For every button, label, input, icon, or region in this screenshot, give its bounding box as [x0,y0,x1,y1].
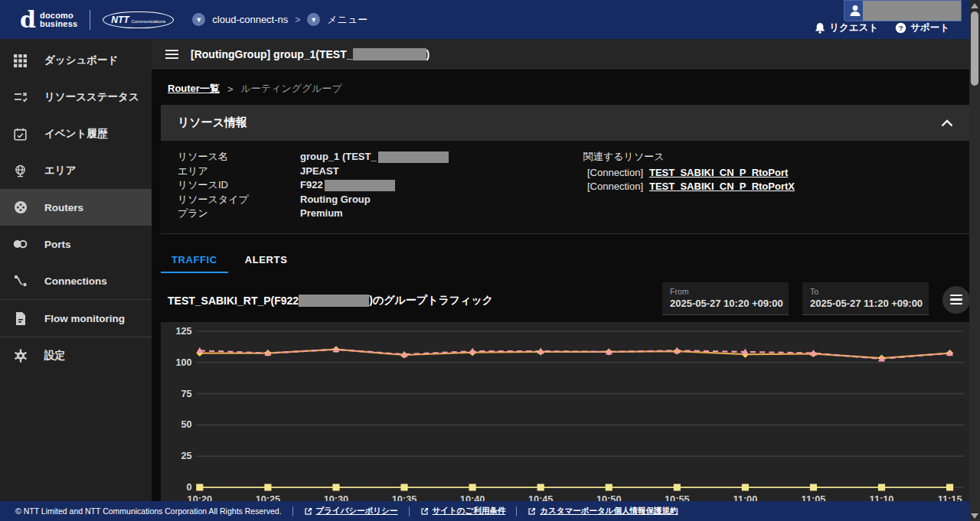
external-link-icon [420,507,429,516]
personal-info-policy-link[interactable]: カスタマーポータル個人情報保護規約 [528,506,678,516]
breadcrumb: Router一覧 > ルーティンググループ [152,70,980,105]
svg-text:11:10: 11:10 [870,494,894,501]
user-icon [848,3,863,18]
user-account-chip[interactable] [844,0,962,21]
svg-text:11:00: 11:00 [733,494,757,501]
ntt-communications-logo: NTT Communications [103,11,174,28]
resource-fields: リソース名 group_1 (TEST_ エリア JPEAST リソースID F… [178,150,576,221]
svg-text:10:30: 10:30 [324,494,348,501]
document-icon [13,312,28,325]
menu-hamburger-icon[interactable] [165,50,178,59]
bell-icon [815,22,825,34]
from-datetime-input[interactable]: From 2025-05-27 10:20 +09:00 [662,282,789,315]
resource-info-card: リソース情報 リソース名 group_1 (TEST_ エリア JPEAST [161,105,970,234]
tab-alerts[interactable]: ALERTS [234,247,299,273]
scroll-down-arrow[interactable] [969,510,980,521]
footer-divider [516,506,517,516]
traffic-line-chart[interactable]: 025507510012510:2010:2510:3010:3510:4010… [161,322,970,502]
resource-field-row: プラン Premium [178,207,576,221]
svg-text:10:35: 10:35 [392,494,416,501]
sidebar-item-dashboard[interactable]: ダッシュボード [0,42,152,79]
redacted-text [299,295,369,307]
external-link-icon [304,507,312,516]
svg-text:10:55: 10:55 [665,494,689,501]
nav-app-name[interactable]: cloud-connect-ns [212,14,288,25]
footer-divider [409,506,410,516]
vertical-scrollbar[interactable] [969,0,980,521]
sidebar-item-area[interactable]: エリア [0,152,152,189]
docomo-d-icon: d [20,8,36,31]
user-name-redacted [863,1,961,21]
request-button[interactable]: リクエスト [815,21,878,34]
docomo-business-logo: d docomo business [20,8,77,31]
calendar-check-icon [13,128,28,141]
breadcrumb-router-list-link[interactable]: Router一覧 [168,82,220,96]
resource-field-row: リソース名 group_1 (TEST_ [178,150,576,164]
main-content: [RoutingGroup] group_1(TEST_) Router一覧 >… [152,39,980,501]
page-title: [RoutingGroup] group_1(TEST_) [191,48,430,60]
svg-text:10:25: 10:25 [256,494,280,501]
svg-text:10:50: 10:50 [596,494,621,501]
sidebar-item-flow-monitoring[interactable]: Flow monitoring [0,300,152,337]
copyright-text: © NTT Limited and NTT Communications Cor… [15,506,282,516]
redacted-text [325,180,395,191]
svg-text:75: 75 [181,388,192,399]
to-datetime-input[interactable]: To 2025-05-27 11:20 +09:00 [802,282,929,315]
footer: © NTT Limited and NTT Communications Cor… [0,501,969,521]
related-resource-row: [Connection] TEST_SABIKI_CN_P_RtoPortX [583,180,795,194]
sidebar-item-connections[interactable]: Connections [0,262,152,299]
svg-text:11:15: 11:15 [938,494,962,501]
top-navbar: d docomo business NTT Communications ▼ c… [0,0,980,39]
scroll-up-arrow[interactable] [969,0,980,11]
chart-menu-button[interactable] [942,286,970,314]
related-resource-row: [Connection] TEST_SABIKI_CN_P_RtoPort [583,166,795,181]
tab-bar: TRAFFIC ALERTS [161,247,980,273]
ports-icon [13,239,28,249]
scrollbar-thumb[interactable] [971,11,978,86]
svg-text:0: 0 [187,482,192,493]
connections-icon [13,275,28,287]
terms-of-use-link[interactable]: サイトのご利用条件 [420,506,506,516]
gear-icon [13,349,28,363]
resource-field-row: リソースタイプ Routing Group [178,193,576,207]
nav-separator: > [295,15,300,25]
chevron-down-circle-icon[interactable]: ▼ [307,13,320,26]
traffic-header: TEST_SABIKI_RT_P(F922)のグループトラフィック From 2… [168,282,970,315]
svg-text:125: 125 [175,326,191,337]
docomo-business-wordmark: docomo business [40,11,77,28]
svg-text:100: 100 [175,357,191,367]
sidebar-item-routers[interactable]: Routers [0,189,152,226]
redacted-text [353,48,426,60]
router-icon [13,200,28,214]
breadcrumb-current: ルーティンググループ [240,82,341,96]
globe-icon [13,164,28,177]
sidebar-item-ports[interactable]: Ports [0,226,152,262]
footer-divider [292,506,293,516]
resource-field-row: リソースID F922 [178,178,576,193]
sidebar: ダッシュボード リソースステータス イベント履歴 [0,39,152,501]
chevron-down-circle-icon[interactable]: ▼ [192,13,205,26]
support-button[interactable]: ? サポート [895,21,949,34]
svg-text:25: 25 [181,451,192,461]
svg-text:11:05: 11:05 [802,494,826,501]
svg-text:10:40: 10:40 [460,494,485,501]
connection-link[interactable]: TEST_SABIKI_CN_P_RtoPort [649,166,788,181]
traffic-chart-card: 025507510012510:2010:2510:3010:3510:4010… [161,322,970,502]
privacy-policy-link[interactable]: プライバシーポリシー [304,506,398,516]
brand-divider [90,10,90,30]
svg-text:50: 50 [181,419,192,430]
svg-text:10:20: 10:20 [188,494,212,501]
external-link-icon [528,507,536,516]
related-resources-title: 関連するリソース [583,150,795,164]
sidebar-item-event-history[interactable]: イベント履歴 [0,116,152,152]
connection-link[interactable]: TEST_SABIKI_CN_P_RtoPortX [649,180,795,194]
dashboard-grid-icon [13,54,28,67]
tab-traffic[interactable]: TRAFFIC [161,247,228,273]
sidebar-item-settings[interactable]: 設定 [0,337,152,374]
nav-menu[interactable]: メニュー [327,13,368,27]
svg-text:?: ? [899,24,903,32]
resource-info-title: リソース情報 [178,116,247,130]
sidebar-item-resource-status[interactable]: リソースステータス [0,79,152,116]
redacted-text [378,151,449,163]
collapse-chevron-up-icon[interactable] [941,119,953,127]
